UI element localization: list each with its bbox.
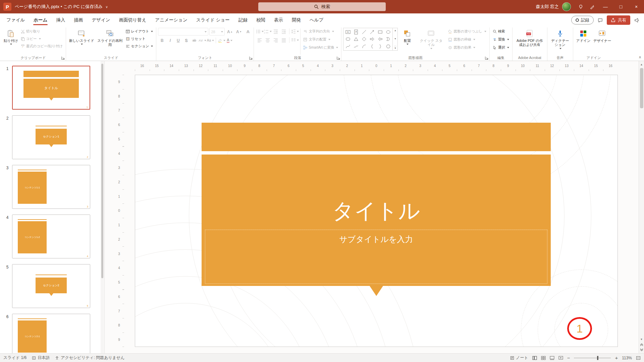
reuse-slides-button[interactable]: スライドの再利用 xyxy=(96,28,124,47)
align-left-button[interactable] xyxy=(256,37,264,44)
share-button[interactable]: 共有 xyxy=(607,15,630,25)
shape-scribble[interactable] xyxy=(354,44,359,49)
addins-button[interactable]: アドイン xyxy=(575,28,592,43)
shape-diamond[interactable] xyxy=(362,37,367,42)
close-button[interactable]: × xyxy=(629,0,644,13)
shape-left-arrow[interactable] xyxy=(378,37,383,42)
minimize-button[interactable]: — xyxy=(598,0,613,13)
feedback-megaphone-icon[interactable] xyxy=(634,18,639,23)
strikethrough-button[interactable]: ab xyxy=(190,37,198,44)
canvas-scrollbar[interactable]: ▲ ▼ xyxy=(639,61,644,353)
cut-button[interactable]: 切り取り xyxy=(19,28,64,35)
font-name-select[interactable] xyxy=(158,28,208,36)
paste-button[interactable]: 貼り付け xyxy=(2,28,19,45)
shape-rounded-rectangle[interactable] xyxy=(345,37,351,42)
pen-wand-icon[interactable] xyxy=(586,0,598,13)
shape-right-brace[interactable] xyxy=(378,44,383,49)
tab-animations[interactable]: アニメーション xyxy=(151,13,192,27)
drawing-dialog-launcher[interactable] xyxy=(485,56,489,60)
tab-help[interactable]: ヘルプ xyxy=(305,13,328,27)
slide-thumbnail-5[interactable]: セクション2 5 xyxy=(12,264,90,308)
next-slide-button[interactable] xyxy=(639,347,644,353)
shape-arrow[interactable] xyxy=(370,29,375,35)
shape-gallery-down-icon[interactable]: ▼ xyxy=(394,38,396,40)
columns-button[interactable] xyxy=(291,37,299,44)
copy-button[interactable]: コピー xyxy=(19,35,64,42)
section-button[interactable]: セクション xyxy=(124,43,155,50)
shape-text-box[interactable]: A xyxy=(345,29,351,35)
zoom-in-button[interactable]: + xyxy=(615,355,618,361)
arrange-button[interactable]: 配置 xyxy=(399,28,415,45)
document-title[interactable]: ページ番号の挿入.pptx • この PC に保存済み ∨ xyxy=(15,4,108,10)
fit-to-window-button[interactable] xyxy=(636,356,641,360)
shape-effects-button[interactable]: 図形の効果 xyxy=(447,44,487,51)
align-center-button[interactable] xyxy=(264,37,272,44)
language-status[interactable]: 日本語 xyxy=(32,355,50,361)
thumbnail-scrollbar-thumb[interactable] xyxy=(101,64,103,278)
tab-review[interactable]: 校閲 xyxy=(252,13,270,27)
shape-curve[interactable] xyxy=(345,44,351,49)
font-size-select[interactable]: 28 xyxy=(209,28,225,36)
shape-gallery-more-icon[interactable]: ▼ xyxy=(394,46,396,49)
slide-title-text[interactable]: タイトル xyxy=(202,197,551,224)
grow-font-button[interactable]: A▲ xyxy=(226,28,234,35)
shape-triangle[interactable] xyxy=(354,37,359,42)
character-spacing-button[interactable]: AV xyxy=(198,37,206,44)
line-spacing-button[interactable] xyxy=(291,28,299,35)
reading-view-button[interactable] xyxy=(550,356,554,360)
slide-thumbnail-6[interactable]: コンテンツ2-1 6 xyxy=(12,314,90,353)
slide-thumbnail-2[interactable]: セクション1 2 xyxy=(12,115,90,159)
clear-formatting-button[interactable]: A xyxy=(244,28,252,35)
change-case-button[interactable]: Aa xyxy=(206,37,214,44)
decrease-indent-button[interactable] xyxy=(272,28,280,35)
user-avatar[interactable] xyxy=(562,2,571,11)
subtitle-placeholder[interactable]: サブタイトルを入力 xyxy=(205,230,547,284)
horizontal-ruler[interactable]: 1615141312111098765432101234567891011121… xyxy=(105,64,639,71)
previous-slide-button[interactable] xyxy=(639,342,644,347)
text-shadow-button[interactable]: S xyxy=(182,37,190,44)
powerpoint-app-icon[interactable]: P xyxy=(3,3,11,11)
select-button[interactable]: 選択 xyxy=(491,44,511,51)
font-dialog-launcher[interactable] xyxy=(249,56,253,60)
shape-left-brace[interactable] xyxy=(370,44,375,49)
highlight-color-button[interactable] xyxy=(217,37,225,44)
shape-fill-button[interactable]: 図形の塗りつぶし xyxy=(447,28,487,35)
slide-thumbnail-3[interactable]: コンテンツ1-1 3 xyxy=(12,165,90,209)
shape-gallery-up-icon[interactable]: ▲ xyxy=(394,29,396,32)
zoom-level[interactable]: 113% xyxy=(622,356,632,360)
shape-gallery-scroll[interactable]: ▲ ▼ ▼ xyxy=(393,28,398,51)
lightbulb-icon[interactable] xyxy=(575,0,586,13)
shape-arc[interactable] xyxy=(362,44,367,49)
canvas-scrollbar-thumb[interactable] xyxy=(640,68,643,108)
replace-button[interactable]: 置換 xyxy=(491,36,511,43)
paragraph-dialog-launcher[interactable] xyxy=(336,56,340,60)
scroll-up-button[interactable]: ▲ xyxy=(639,62,644,67)
slide-indicator[interactable]: スライド 1/6 xyxy=(3,355,26,361)
shape-right-arrow[interactable] xyxy=(370,37,375,42)
shape-vertical-text-box[interactable]: A xyxy=(354,29,359,35)
shape-rectangle[interactable] xyxy=(378,29,383,35)
italic-button[interactable]: I xyxy=(166,37,174,44)
user-name[interactable]: 森太郎 窓之 xyxy=(536,4,559,10)
autosave-status-chevron-icon[interactable]: ∨ xyxy=(105,5,108,9)
format-painter-button[interactable]: 書式のコピー/貼り付け xyxy=(19,43,64,50)
collapse-ribbon-chevron[interactable]: ∧ xyxy=(639,55,641,59)
shape-gallery[interactable]: A A xyxy=(343,28,393,51)
layout-button[interactable]: レイアウト xyxy=(124,28,155,35)
align-text-button[interactable]: 文字の配置 xyxy=(302,36,339,43)
bold-button[interactable]: B xyxy=(158,37,166,44)
underline-button[interactable]: U xyxy=(174,37,182,44)
create-pdf-button[interactable]: PDF Adobe PDF の作成および共有 xyxy=(514,28,545,47)
bullets-button[interactable] xyxy=(256,28,264,35)
tab-insert[interactable]: 挿入 xyxy=(52,13,69,27)
tab-design[interactable]: デザイン xyxy=(87,13,114,27)
dictation-button[interactable]: ディクテーション xyxy=(549,28,571,50)
search-box[interactable]: 検索 xyxy=(258,2,386,11)
shape-chevron[interactable] xyxy=(386,37,391,42)
thumbnail-scrollbar[interactable] xyxy=(101,61,104,353)
tab-draw[interactable]: 描画 xyxy=(69,13,87,27)
zoom-out-button[interactable]: − xyxy=(567,355,570,361)
align-right-button[interactable] xyxy=(272,37,280,44)
tab-home[interactable]: ホーム xyxy=(29,13,52,27)
maximize-button[interactable]: □ xyxy=(613,0,629,13)
